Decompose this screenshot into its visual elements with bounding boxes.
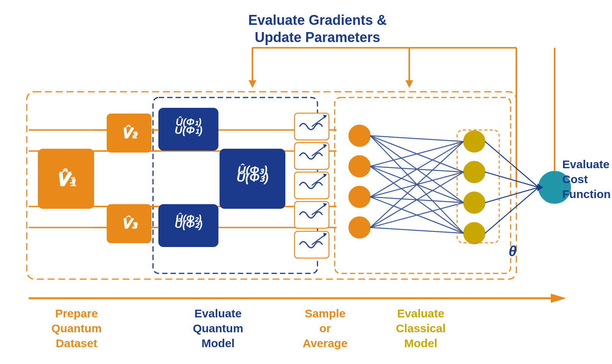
update-parameters-label: Update Parameters <box>255 29 380 45</box>
theta-label: θ <box>508 243 516 259</box>
nn-input-2 <box>349 156 370 177</box>
label-classical-2: Classical <box>396 322 446 335</box>
nn-output-2 <box>464 161 485 183</box>
label-quantum-2: Quantum <box>193 322 243 335</box>
nn-output-1 <box>464 131 485 152</box>
nn-input-1 <box>349 125 370 146</box>
label-or: or <box>319 322 331 335</box>
label-prepare-1: Prepare <box>55 307 98 320</box>
label-cost-1: Evaluate <box>562 158 609 171</box>
diagram-container: Evaluate Gradients & Update Parameters <box>0 0 612 364</box>
v3-text: V̂₃ <box>121 216 138 232</box>
label-quantum-3: Model <box>202 337 235 349</box>
nn-input-4 <box>349 217 370 238</box>
label-classical-3: Model <box>404 337 438 349</box>
nn-input-3 <box>349 186 370 208</box>
label-quantum-1: Evaluate <box>194 307 241 320</box>
evaluate-gradients-label: Evaluate Gradients & <box>248 12 387 28</box>
label-classical-1: Evaluate <box>397 307 444 320</box>
label-sample-1: Sample <box>305 307 346 320</box>
label-prepare-3: Dataset <box>56 337 97 349</box>
label-cost-2: Cost <box>562 173 588 185</box>
u-phi3-text: Û(Φ₃) <box>236 171 269 184</box>
nn-output-3 <box>464 192 485 213</box>
nn-output-4 <box>464 223 485 244</box>
label-cost-3: Function <box>562 188 611 200</box>
label-sample-3: Average <box>303 337 347 349</box>
v1-text: V̂₁ <box>55 170 77 190</box>
u-phi2-text: Û(Φ₂) <box>175 218 203 230</box>
v2-text: V̂₂ <box>121 125 138 141</box>
u-phi1-text: Û(Φ₁) <box>175 124 203 136</box>
label-prepare-2: Quantum <box>51 322 102 335</box>
